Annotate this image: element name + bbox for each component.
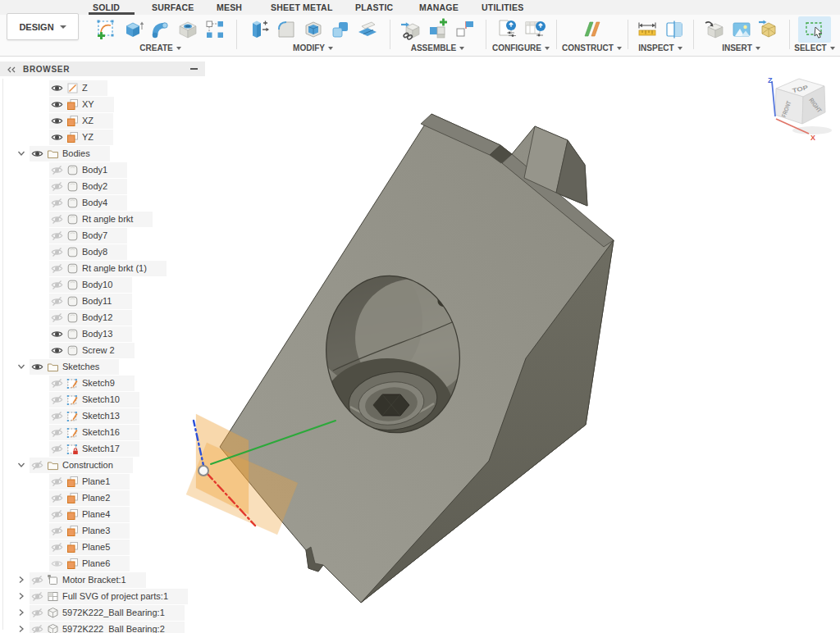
- insert-derive-icon[interactable]: [702, 17, 727, 42]
- eye-hidden-icon[interactable]: [51, 492, 63, 504]
- browser-row[interactable]: Body2: [0, 178, 205, 194]
- eye-hidden-icon[interactable]: [51, 394, 63, 406]
- tab-solid[interactable]: SOLID: [93, 2, 120, 12]
- browser-row[interactable]: Body8: [0, 244, 205, 260]
- eye-visible-icon[interactable]: [51, 328, 63, 340]
- assemble-dropdown[interactable]: ASSEMBLE: [390, 43, 486, 52]
- workspace-selector[interactable]: DESIGN: [7, 13, 79, 40]
- browser-row[interactable]: Plane5: [0, 539, 205, 555]
- press-pull-icon[interactable]: [247, 17, 272, 42]
- eye-hidden-icon[interactable]: [51, 541, 63, 553]
- fillet-icon[interactable]: [274, 17, 299, 42]
- browser-row[interactable]: Body10: [0, 276, 205, 293]
- chevron-right-icon[interactable]: [16, 591, 30, 601]
- browser-row[interactable]: Plane6: [0, 555, 205, 572]
- browser-row[interactable]: Plane4: [0, 506, 205, 522]
- collapse-panel-icon[interactable]: [7, 61, 16, 76]
- browser-row[interactable]: XY: [0, 96, 205, 112]
- browser-row[interactable]: Rt angle brkt (1): [0, 260, 205, 276]
- inspect-dropdown[interactable]: INSPECT: [628, 43, 693, 52]
- browser-row[interactable]: Body4: [0, 194, 205, 211]
- browser-row[interactable]: Sketch16: [0, 424, 205, 440]
- browser-header[interactable]: BROWSER: [0, 61, 205, 76]
- tab-mesh[interactable]: MESH: [217, 2, 242, 12]
- eye-visible-icon[interactable]: [51, 115, 63, 127]
- eye-hidden-icon[interactable]: [51, 377, 63, 389]
- eye-hidden-icon[interactable]: [51, 197, 63, 209]
- hole-icon[interactable]: [176, 17, 200, 42]
- eye-visible-icon[interactable]: [51, 131, 63, 143]
- browser-row[interactable]: Screw 2: [0, 342, 205, 358]
- browser-row[interactable]: Sketch9: [0, 375, 205, 391]
- eye-hidden-icon[interactable]: [51, 262, 63, 275]
- browser-row[interactable]: Body11: [0, 293, 205, 309]
- tab-utilities[interactable]: UTILITIES: [482, 2, 523, 12]
- select-dropdown[interactable]: SELECT: [789, 43, 840, 52]
- tab-surface[interactable]: SURFACE: [152, 2, 194, 12]
- eye-hidden-icon[interactable]: [51, 508, 63, 521]
- measure-icon[interactable]: [635, 17, 660, 42]
- select-icon[interactable]: [798, 16, 831, 43]
- browser-row[interactable]: Bodies: [0, 145, 205, 162]
- eye-hidden-icon[interactable]: [31, 590, 43, 603]
- section-analysis-icon[interactable]: [662, 17, 687, 42]
- chevron-down-icon[interactable]: [16, 460, 30, 470]
- chevron-right-icon[interactable]: [16, 624, 30, 633]
- browser-row[interactable]: Full SVG of project parts:1: [0, 588, 205, 604]
- joint-icon[interactable]: [426, 17, 450, 42]
- configure-dropdown[interactable]: CONFIGURE: [486, 43, 556, 52]
- eye-hidden-icon[interactable]: [51, 246, 63, 258]
- eye-hidden-icon[interactable]: [51, 180, 63, 193]
- chevron-down-icon[interactable]: [16, 148, 30, 158]
- insert-dropdown[interactable]: INSERT: [693, 43, 789, 52]
- eye-visible-icon[interactable]: [31, 361, 43, 373]
- chevron-right-icon[interactable]: [16, 575, 30, 585]
- browser-row[interactable]: Plane1: [0, 473, 205, 490]
- configuration-table-icon[interactable]: [523, 17, 547, 42]
- eye-hidden-icon[interactable]: [51, 426, 63, 439]
- eye-hidden-icon[interactable]: [51, 295, 63, 307]
- minimize-browser-icon[interactable]: [190, 68, 198, 70]
- browser-row[interactable]: Body13: [0, 326, 205, 342]
- browser-row[interactable]: XZ: [0, 112, 205, 129]
- tab-plastic[interactable]: PLASTIC: [355, 2, 393, 12]
- browser-row[interactable]: 5972K222_Ball Bearing:1: [0, 604, 205, 621]
- browser-row[interactable]: YZ: [0, 129, 205, 145]
- create-dropdown[interactable]: CREATE: [84, 43, 236, 52]
- eye-hidden-icon[interactable]: [51, 312, 63, 324]
- revolve-icon[interactable]: [148, 17, 173, 42]
- browser-row[interactable]: Rt angle brkt: [0, 211, 205, 227]
- construct-dropdown[interactable]: CONSTRUCT: [556, 43, 628, 52]
- eye-hidden-icon[interactable]: [51, 476, 63, 488]
- flag-marker-icon[interactable]: [453, 17, 477, 42]
- rectangular-pattern-icon[interactable]: [203, 17, 227, 42]
- browser-row[interactable]: Sketch17: [0, 440, 205, 457]
- extrude-icon[interactable]: [121, 17, 146, 42]
- eye-visible-icon[interactable]: [31, 148, 43, 160]
- browser-row[interactable]: Sketches: [0, 358, 205, 375]
- chevron-down-icon[interactable]: [16, 362, 30, 371]
- browser-row[interactable]: Body7: [0, 227, 205, 244]
- eye-hidden-icon[interactable]: [51, 410, 63, 422]
- eye-hidden-icon[interactable]: [51, 230, 63, 242]
- browser-row[interactable]: Sketch10: [0, 391, 205, 408]
- eye-visible-icon[interactable]: [51, 344, 63, 357]
- decal-icon[interactable]: [729, 17, 754, 42]
- tab-manage[interactable]: MANAGE: [419, 2, 459, 12]
- eye-visible-icon[interactable]: [51, 98, 63, 111]
- eye-hidden-icon[interactable]: [31, 607, 43, 619]
- chevron-right-icon[interactable]: [16, 608, 30, 617]
- eye-hidden-icon[interactable]: [31, 574, 43, 586]
- shell-icon[interactable]: [301, 17, 326, 42]
- split-body-icon[interactable]: [355, 17, 380, 42]
- browser-row[interactable]: Motor Bracket:1: [0, 572, 205, 588]
- eye-visible-icon[interactable]: [51, 82, 63, 94]
- eye-hidden-icon[interactable]: [51, 164, 63, 176]
- browser-row[interactable]: Body12: [0, 309, 205, 326]
- viewcube[interactable]: TOP FRONT RIGHT Z X: [755, 66, 840, 148]
- eye-hidden-icon[interactable]: [31, 459, 43, 471]
- combine-icon[interactable]: [328, 17, 353, 42]
- browser-row[interactable]: Plane3: [0, 522, 205, 539]
- eye-hidden-icon[interactable]: [51, 525, 63, 537]
- browser-row[interactable]: Plane2: [0, 490, 205, 506]
